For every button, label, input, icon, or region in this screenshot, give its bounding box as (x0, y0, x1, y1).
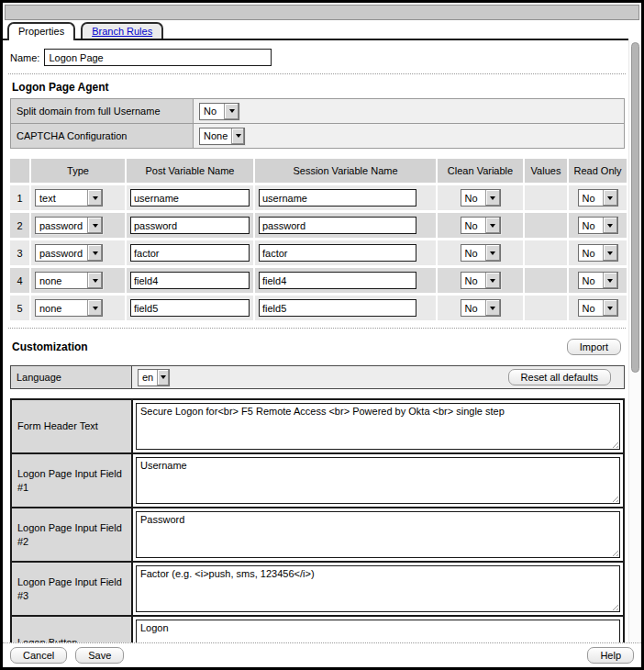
input-field-3-textarea[interactable]: Factor (e.g. <i>push, sms, 123456</i>) (136, 565, 620, 612)
language-value-cell: en Reset all defaults (132, 366, 624, 388)
scrollbar-thumb[interactable] (631, 42, 639, 373)
values-cell (525, 296, 567, 320)
chevron-down-icon (603, 273, 617, 288)
post-variable-input[interactable] (130, 189, 250, 207)
input-field-3-label: Logon Page Input Field #3 (12, 563, 133, 615)
post-variable-cell (127, 296, 253, 320)
dialog-title-bar[interactable] (5, 5, 639, 20)
name-input[interactable] (44, 49, 272, 66)
clean-variable-select[interactable]: No (461, 217, 501, 234)
chevron-down-icon (231, 128, 244, 144)
form-header-text-cell: Secure Logon for<br> F5 Remote Access <b… (133, 400, 623, 452)
input-field-2-row: Logon Page Input Field #2 Password (12, 508, 623, 563)
clean-variable-select[interactable]: No (461, 272, 501, 289)
clean-variable-select[interactable]: No (461, 189, 501, 207)
split-domain-value-cell: No (194, 99, 624, 123)
captcha-label: CAPTCHA Configuration (11, 124, 194, 148)
post-variable-input[interactable] (130, 244, 250, 262)
input-field-1-row: Logon Page Input Field #1 Username (12, 454, 623, 508)
input-field-3-cell: Factor (e.g. <i>push, sms, 123456</i>) (133, 563, 623, 615)
type-cell: none (31, 296, 125, 320)
tab-properties[interactable]: Properties (7, 22, 75, 40)
clean-variable-select[interactable]: No (461, 244, 501, 262)
type-cell: none (31, 268, 125, 293)
read-only-select[interactable]: No (578, 299, 618, 317)
read-only-cell: No (569, 213, 627, 238)
read-only-select[interactable]: No (578, 272, 618, 289)
input-field-2-label: Logon Page Input Field #2 (12, 508, 133, 561)
dialog-content: Name: Logon Page Agent Split domain from… (3, 40, 628, 642)
type-select[interactable]: password (35, 217, 103, 234)
read-only-select[interactable]: No (578, 217, 618, 234)
name-row: Name: (10, 49, 628, 66)
type-cell: password (31, 240, 125, 265)
logon-button-label: Logon Button (12, 617, 133, 642)
save-button[interactable]: Save (75, 647, 124, 664)
type-select[interactable]: none (35, 272, 103, 289)
chevron-down-icon (485, 300, 500, 316)
session-variable-input[interactable] (259, 189, 416, 207)
read-only-selected: No (579, 245, 603, 261)
input-field-1-textarea[interactable]: Username (136, 457, 620, 504)
clean-variable-select[interactable]: No (461, 299, 501, 317)
type-select[interactable]: text (35, 189, 103, 207)
logon-button-textarea[interactable]: Logon (136, 620, 620, 642)
input-field-2-textarea[interactable]: Password (136, 511, 620, 558)
values-cell (525, 185, 567, 210)
session-variable-cell (255, 296, 436, 320)
language-label: Language (11, 366, 132, 388)
tab-bar: Properties Branch Rules (3, 22, 628, 40)
header-read-only: Read Only (569, 159, 627, 183)
split-domain-row: Split domain from full Username No (11, 99, 624, 124)
clean-variable-cell: No (438, 185, 523, 210)
type-select[interactable]: password (35, 244, 103, 262)
type-select[interactable]: none (35, 299, 103, 317)
form-header-text-textarea[interactable]: Secure Logon for<br> F5 Remote Access <b… (136, 403, 620, 450)
post-variable-input[interactable] (130, 217, 250, 234)
type-selected: text (36, 190, 87, 206)
values-cell (525, 268, 567, 293)
chevron-down-icon (87, 300, 102, 316)
language-select[interactable]: en (138, 369, 170, 386)
vertical-scrollbar[interactable] (628, 40, 641, 642)
clean-variable-selected: No (461, 190, 485, 206)
form-header-text-row: Form Header Text Secure Logon for<br> F5… (12, 400, 623, 454)
tab-branch-rules[interactable]: Branch Rules (81, 22, 163, 39)
split-domain-select[interactable]: No (199, 103, 239, 120)
read-only-cell: No (569, 296, 627, 320)
session-variable-cell (255, 185, 436, 210)
language-selected: en (139, 370, 157, 385)
type-selected: password (36, 218, 87, 233)
reset-all-defaults-button[interactable]: Reset all defaults (508, 369, 611, 385)
input-field-3-row: Logon Page Input Field #3 Factor (e.g. <… (12, 563, 623, 617)
logon-page-properties-dialog: Properties Branch Rules Name: Logon Page… (0, 0, 644, 670)
chevron-down-icon (603, 190, 617, 206)
clean-variable-selected: No (461, 245, 485, 261)
post-variable-input[interactable] (130, 299, 250, 317)
session-variable-input[interactable] (259, 217, 416, 234)
chevron-down-icon (485, 245, 500, 261)
session-variable-input[interactable] (259, 272, 416, 289)
chevron-down-icon (87, 245, 102, 261)
session-variable-input[interactable] (259, 299, 416, 317)
read-only-selected: No (579, 190, 603, 206)
help-button[interactable]: Help (587, 647, 634, 664)
dialog-footer: Cancel Save Help (3, 642, 641, 667)
chevron-down-icon (485, 273, 500, 288)
session-variable-input[interactable] (259, 244, 416, 262)
clean-variable-cell: No (438, 240, 523, 265)
chevron-down-icon (603, 300, 617, 316)
captcha-select[interactable]: None (199, 128, 245, 145)
values-cell (525, 213, 567, 238)
post-variable-input[interactable] (130, 272, 250, 289)
captcha-value-cell: None (194, 124, 624, 148)
logon-button-cell: Logon (133, 617, 623, 642)
read-only-select[interactable]: No (578, 189, 618, 207)
type-cell: password (31, 213, 125, 238)
read-only-select[interactable]: No (578, 244, 618, 262)
cancel-button[interactable]: Cancel (10, 647, 67, 664)
logon-button-row: Logon Button Logon (12, 617, 623, 642)
header-values: Values (525, 159, 567, 183)
import-button[interactable]: Import (567, 339, 621, 355)
post-variable-cell (127, 240, 253, 265)
